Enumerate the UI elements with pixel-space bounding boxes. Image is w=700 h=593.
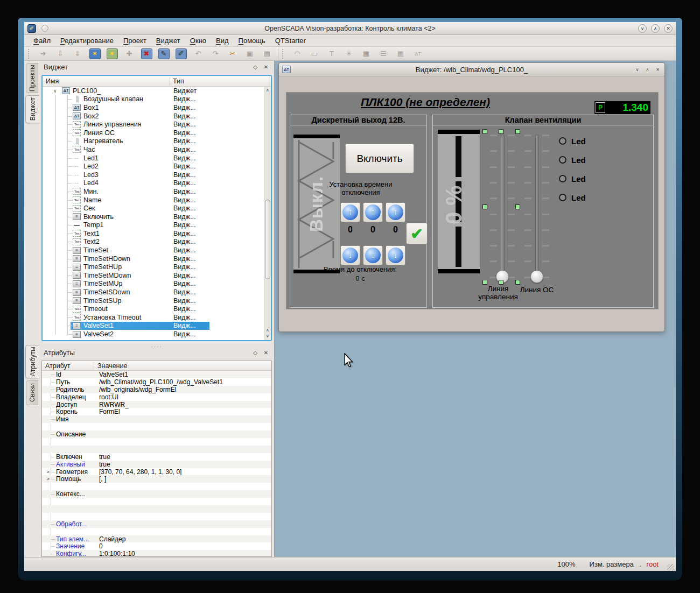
titlebar[interactable]: ✐ · OpenSCADA Vision-разработка: Контрол… (24, 22, 676, 35)
attr-row-владелец[interactable]: Владелецroot:UI (42, 393, 271, 401)
slider-feedback-line[interactable] (523, 135, 550, 280)
toolbar-new-library-button[interactable]: ✶ (105, 47, 119, 60)
tree-column-header[interactable]: Имя Тип (43, 76, 271, 87)
tree-item-линия-ос[interactable]: TextЛиния ОСВидж... (43, 129, 264, 137)
widget-panel-float-button[interactable]: ◇ (251, 63, 259, 70)
selection-handle[interactable] (482, 204, 487, 209)
attributes-column-header[interactable]: Атрибут Значение (42, 361, 271, 371)
menu-помощь[interactable]: Помощь (234, 36, 270, 46)
maximize-button[interactable]: ∧ (651, 24, 660, 33)
attr-row-помощь[interactable]: >Помощь[, ] (42, 475, 271, 483)
led-indicator-1[interactable] (559, 137, 566, 145)
zoom-level[interactable]: 100% (557, 560, 575, 568)
attr-row-значение[interactable]: Значение0 (42, 542, 271, 550)
toolbar-edit-item-button[interactable]: ✐ (174, 47, 188, 60)
toolbar-new-visual-item-button[interactable]: ✶ (88, 47, 102, 60)
toolbar-cut-button[interactable]: ✂ (226, 47, 240, 60)
tree-scrollbar[interactable]: ∧ ∧ ∨ (264, 87, 271, 340)
selection-handle[interactable] (499, 280, 503, 285)
selection-handle[interactable] (515, 280, 520, 285)
minimize-button[interactable]: ∨ (638, 24, 647, 33)
tree-item-включить[interactable]: ≡ВключитьВидж... (43, 213, 264, 221)
led-indicator-2[interactable] (559, 156, 566, 164)
close-button[interactable]: ✕ (664, 24, 673, 33)
child-close-button[interactable]: ✕ (654, 66, 662, 74)
tree-item-timesetmdown[interactable]: ≡TimeSetMDownВидж... (43, 271, 264, 280)
tree-item-valveset2[interactable]: ≡ValveSet2Видж... (43, 330, 264, 338)
scroll-up-icon[interactable]: ∧ (264, 88, 271, 93)
child-maximize-button[interactable]: ∧ (643, 66, 652, 74)
widget-panel-close-button[interactable]: ✕ (262, 63, 270, 70)
attr-row-id[interactable]: IdValveSet1 (42, 371, 271, 378)
sidebar-tab-проекты[interactable]: Проекты (26, 63, 38, 93)
time-down-button-2[interactable]: ↓ (363, 245, 383, 265)
widget-canvas[interactable]: ПЛК100 (не определен) P 1.340 Дискретный… (286, 92, 659, 309)
slider-groove[interactable] (501, 135, 505, 278)
attr-expander-icon[interactable]: > (43, 476, 50, 482)
tree-scrollbar-thumb[interactable] (265, 200, 270, 279)
slider-handle[interactable] (530, 270, 543, 283)
selection-handle[interactable] (482, 129, 487, 134)
selection-handle[interactable] (482, 280, 487, 285)
toolbar-drag-handle[interactable] (28, 49, 32, 59)
scroll-down-icon[interactable]: ∨ (264, 334, 271, 339)
time-up-button-2[interactable]: ↑ (363, 202, 383, 222)
menu-виджет[interactable]: Виджет (151, 36, 185, 46)
tree-item-text2[interactable]: TextText2Видж... (43, 238, 264, 246)
tree-item-text1[interactable]: TextText1Видж... (43, 229, 264, 238)
time-down-button-3[interactable]: ↓ (386, 245, 405, 265)
menu-вид[interactable]: Вид (211, 36, 234, 46)
resize-mode-indicator[interactable]: Изм. размера (590, 560, 634, 568)
attr-expander-icon[interactable]: > (43, 469, 50, 475)
menu-редактирование[interactable]: Редактирование (55, 36, 118, 46)
tree-item-led1[interactable]: --Led1Видж... (43, 154, 264, 163)
selection-handle[interactable] (515, 129, 520, 134)
child-titlebar[interactable]: ΔT Виджет: /wlb_Climat/wdg_PLC100_ ∨ ∧ ✕ (279, 63, 664, 76)
sidebar-tab-связи[interactable]: Связи (26, 380, 38, 405)
tree-item-box2[interactable]: ΔTBox2Видж... (43, 112, 264, 121)
toolbar-item-properties-button[interactable]: ✎ (157, 47, 171, 60)
tree-item-timeout[interactable]: TextTimeoutВидж... (43, 305, 264, 313)
tree-item-сек[interactable]: TextСекВидж... (43, 204, 264, 213)
child-minimize-button[interactable]: ∨ (633, 66, 641, 74)
sidebar-tab-атрибуты[interactable]: Атрибуты (25, 345, 39, 378)
time-down-button-1[interactable]: ↓ (340, 245, 360, 265)
tree-item-timesetmup[interactable]: ≡TimeSetMUpВидж... (43, 280, 264, 288)
led-indicator-4[interactable] (559, 194, 566, 201)
attr-row-тип-элем[interactable]: Тип элем...Слайдер (42, 535, 271, 543)
tree-item-timesetsup[interactable]: ≡TimeSetSUpВидж... (43, 296, 264, 305)
attr-row-доступ[interactable]: ДоступRWRWR_ (42, 401, 271, 408)
attr-row-путь[interactable]: Путь/wlb_Climat/wdg_PLC100_/wdg_ValveSet… (42, 378, 271, 386)
menu-qtstarter[interactable]: QTStarter (270, 36, 311, 46)
attr-row-геометрия[interactable]: >Геометрия[370, 70, 64, 280, 1, 1, 30, 0… (42, 468, 271, 476)
selection-handle[interactable] (515, 204, 520, 209)
attr-row-включен[interactable]: Включенtrue (42, 453, 271, 461)
tree-item-timesethdown[interactable]: ≡TimeSetHDownВидж... (43, 255, 264, 263)
slider-control-line[interactable] (489, 135, 516, 280)
attributes-panel-float-button[interactable]: ◇ (251, 349, 259, 356)
tree-item-линия-управления[interactable]: TextЛиния управленияВидж... (43, 120, 264, 129)
tree-item-box1[interactable]: ΔTBox1Видж... (43, 103, 264, 112)
column-type[interactable]: Тип (170, 77, 204, 85)
scroll-up-icon[interactable]: ∧ (264, 328, 271, 333)
tree-item-led3[interactable]: --Led3Видж... (43, 171, 264, 179)
tree-item-timesetsdown[interactable]: ≡TimeSetSDownВидж... (43, 288, 264, 296)
tree-item-час[interactable]: TextЧасВидж... (43, 145, 264, 154)
selection-handle[interactable] (499, 129, 503, 134)
current-user[interactable]: root (647, 560, 659, 568)
toolbar-delete-widget-button[interactable]: ✖ (139, 47, 153, 60)
attr-row-описание[interactable]: Описание (42, 430, 271, 438)
expander-icon[interactable]: ∨ (53, 88, 62, 94)
menu-окно[interactable]: Окно (185, 36, 211, 46)
tree-item-timesethup[interactable]: ≡TimeSetHUpВидж... (43, 263, 264, 271)
attr-row-активный[interactable]: Активныйtrue (42, 461, 271, 468)
tree-item-установка-timeout[interactable]: TextУстановка TimeoutВидж... (43, 313, 264, 322)
tree-item-plc100[interactable]: ∨ΔTPLC100_Виджет (43, 87, 264, 95)
menu-проект[interactable]: Проект (118, 36, 151, 46)
time-up-button-1[interactable]: ↑ (340, 202, 360, 222)
slider-groove[interactable] (535, 135, 539, 278)
apply-time-button[interactable]: ✔ (406, 223, 428, 244)
tree-item-мин[interactable]: TextМин.Видж... (43, 187, 264, 196)
tree-item-valveset1[interactable]: ≡ValveSet1Видж... (43, 322, 264, 330)
attr-row-обработ[interactable]: Обработ... (42, 520, 271, 528)
